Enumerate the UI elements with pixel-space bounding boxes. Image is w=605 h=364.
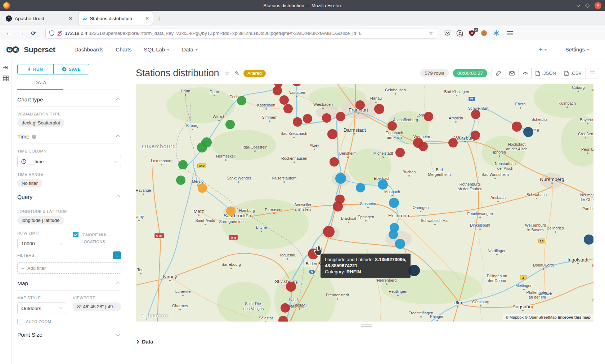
embed-code-button[interactable]: <>: [519, 68, 532, 78]
lonlat-value[interactable]: longitude | latitude: [17, 216, 64, 224]
ignore-null-checkbox[interactable]: [73, 232, 79, 237]
email-button[interactable]: [505, 68, 519, 78]
scatter-point[interactable]: [281, 303, 290, 313]
new-button[interactable]: +: [539, 46, 547, 53]
scatter-point[interactable]: [273, 86, 282, 95]
copy-link-button[interactable]: [492, 68, 505, 78]
scatter-point[interactable]: [374, 104, 384, 114]
scatter-point[interactable]: [395, 148, 405, 157]
window-close-icon[interactable]: ✕: [595, 2, 601, 9]
url-text[interactable]: 172.18.0.4:32251/superset/explore/?form_…: [65, 31, 426, 36]
url-bar[interactable]: 172.18.0.4:32251/superset/explore/?form_…: [45, 28, 437, 38]
time-column-select[interactable]: __time: [17, 156, 121, 167]
pocket-icon[interactable]: [444, 29, 451, 37]
scatter-point[interactable]: [330, 157, 339, 167]
scatter-point[interactable]: [178, 160, 188, 169]
row-limit-select[interactable]: 10000: [17, 238, 66, 249]
tab-stations-distribution[interactable]: ∞ Stations distribution ✕: [79, 12, 153, 25]
scatter-point[interactable]: [198, 183, 207, 193]
map-style-select[interactable]: Outdoors: [17, 302, 66, 314]
mapbox-logo[interactable]: mmapbox: [139, 313, 168, 319]
favorite-star-icon[interactable]: ☆: [224, 69, 229, 77]
tab-close-icon[interactable]: ✕: [68, 16, 72, 21]
scatter-point[interactable]: [356, 183, 365, 192]
nav-data[interactable]: Data: [182, 46, 198, 53]
scatter-point[interactable]: [389, 198, 399, 208]
scatter-point[interactable]: [176, 176, 185, 185]
shield-icon[interactable]: [49, 30, 54, 36]
ublock-icon[interactable]: U2: [468, 29, 475, 37]
scatter-point[interactable]: [471, 131, 480, 140]
extension-asterisk-icon[interactable]: [493, 29, 500, 37]
scatter-point[interactable]: [327, 129, 337, 139]
viewport-value[interactable]: 8° 46' 45.28" | 49...: [73, 302, 121, 311]
menu-icon[interactable]: [507, 31, 513, 35]
forward-button[interactable]: →: [16, 29, 27, 37]
scatter-point[interactable]: [226, 206, 236, 216]
scatter-point[interactable]: [333, 201, 343, 211]
tab-apache-druid[interactable]: Apache Druid ✕: [2, 12, 76, 25]
scatter-point[interactable]: [512, 122, 522, 132]
settings-menu[interactable]: Settings: [565, 46, 590, 53]
map-attribution[interactable]: © Mapbox © OpenStreetMap Improve this ma…: [503, 314, 593, 320]
tab-close-icon[interactable]: ✕: [145, 16, 149, 21]
scatter-point[interactable]: [279, 95, 289, 105]
add-filter-box[interactable]: +Add filter: [17, 262, 121, 274]
account-icon[interactable]: x: [456, 29, 463, 37]
scatter-point[interactable]: [323, 226, 335, 237]
section-header[interactable]: Map: [17, 280, 121, 291]
add-filter-plus-button[interactable]: +: [113, 251, 121, 259]
scatter-point[interactable]: [286, 282, 296, 292]
resize-handle[interactable]: [361, 324, 372, 328]
data-panel-toggle[interactable]: Data: [136, 339, 153, 345]
scatter-point[interactable]: [283, 104, 293, 113]
export-json-button[interactable]: .JSON: [532, 68, 560, 78]
cookie-icon[interactable]: [480, 29, 488, 37]
scatter-point[interactable]: [378, 179, 388, 190]
new-tab-button[interactable]: +: [157, 15, 161, 23]
section-header[interactable]: Point Size: [17, 332, 121, 342]
scatter-point[interactable]: [523, 127, 533, 137]
auto-zoom-checkbox[interactable]: [17, 319, 23, 324]
edit-icon[interactable]: ✎: [235, 70, 239, 77]
scatter-point[interactable]: [387, 121, 397, 131]
save-button[interactable]: SAVE: [53, 64, 89, 74]
scatter-point[interactable]: [197, 142, 207, 153]
superset-logo[interactable]: Superset: [6, 45, 55, 54]
bookmark-star-icon[interactable]: ☆: [429, 30, 433, 36]
scatter-point[interactable]: [335, 173, 346, 184]
section-header[interactable]: Query: [17, 194, 121, 204]
more-options-button[interactable]: [586, 68, 599, 78]
scatter-point[interactable]: [322, 113, 331, 123]
map-canvas[interactable]: Longitude and Latitude: 8.1359273095, 48…: [136, 84, 593, 322]
datasource-grid-icon[interactable]: [3, 76, 9, 81]
tab-data[interactable]: DATA: [17, 80, 63, 90]
window-minimize-icon[interactable]: [576, 3, 580, 7]
scatter-point[interactable]: [584, 235, 593, 245]
run-button[interactable]: RUN: [17, 64, 53, 74]
scatter-point[interactable]: [471, 110, 480, 119]
scatter-point[interactable]: [355, 100, 365, 110]
scatter-point[interactable]: [448, 138, 458, 147]
scatter-point[interactable]: [293, 117, 302, 127]
scatter-point[interactable]: [389, 230, 398, 239]
section-header[interactable]: Chart type: [17, 96, 121, 107]
viz-type-value[interactable]: deck.gl Scatterplot: [17, 119, 64, 127]
back-button[interactable]: ←: [4, 29, 14, 37]
scatter-point[interactable]: [303, 114, 312, 123]
nav-charts[interactable]: Charts: [116, 46, 131, 53]
nav-sql-lab[interactable]: SQL Lab: [144, 46, 170, 53]
nav-dashboards[interactable]: Dashboards: [74, 46, 103, 53]
altered-badge[interactable]: Altered: [243, 70, 266, 77]
collapse-panel-icon[interactable]: [3, 65, 9, 70]
window-maximize-icon[interactable]: [585, 3, 590, 8]
scatter-point[interactable]: [418, 142, 428, 151]
reload-button[interactable]: ⟳: [28, 30, 39, 37]
export-csv-button[interactable]: x.CSV: [560, 68, 586, 78]
scatter-point[interactable]: [225, 120, 235, 129]
scatter-point[interactable]: [395, 239, 405, 249]
time-range-value[interactable]: No filter: [17, 179, 42, 187]
section-header[interactable]: Time i: [17, 133, 121, 144]
lock-disabled-icon[interactable]: [57, 31, 62, 36]
scatter-point[interactable]: [237, 96, 246, 105]
